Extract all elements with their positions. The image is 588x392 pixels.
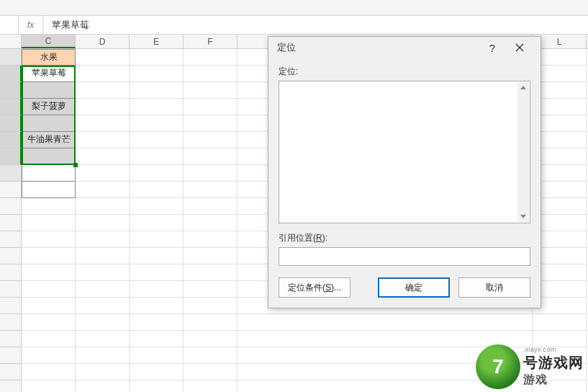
cell-c4[interactable]: 梨子菠萝 bbox=[22, 99, 76, 115]
select-all-corner[interactable] bbox=[0, 35, 22, 48]
cell[interactable] bbox=[184, 148, 238, 165]
row-header[interactable] bbox=[0, 132, 22, 148]
cell[interactable] bbox=[76, 314, 130, 331]
cell[interactable] bbox=[184, 380, 238, 392]
cell[interactable] bbox=[130, 231, 184, 248]
formula-input[interactable]: 苹果草莓 bbox=[43, 16, 588, 34]
row-header[interactable] bbox=[0, 364, 22, 380]
cell[interactable] bbox=[76, 248, 130, 264]
close-icon[interactable] bbox=[506, 37, 533, 58]
cell[interactable] bbox=[76, 182, 130, 198]
cell[interactable] bbox=[22, 364, 76, 380]
cell[interactable] bbox=[130, 380, 184, 392]
cell[interactable] bbox=[184, 182, 238, 198]
cell[interactable] bbox=[22, 380, 76, 392]
cell[interactable] bbox=[76, 132, 130, 148]
cell[interactable] bbox=[76, 165, 130, 182]
cell[interactable] bbox=[130, 49, 184, 66]
cell-c3[interactable] bbox=[22, 82, 76, 99]
row-header[interactable] bbox=[0, 231, 22, 248]
row-header[interactable] bbox=[0, 49, 22, 66]
cell[interactable] bbox=[130, 364, 184, 380]
cell[interactable] bbox=[76, 281, 130, 298]
row-header[interactable] bbox=[0, 165, 22, 182]
cell[interactable] bbox=[184, 281, 238, 298]
cell[interactable] bbox=[130, 264, 184, 281]
cell[interactable] bbox=[184, 165, 238, 182]
dialog-titlebar[interactable]: 定位 ? bbox=[268, 37, 540, 58]
row-header[interactable] bbox=[0, 182, 22, 198]
cell[interactable] bbox=[238, 314, 533, 331]
cell[interactable] bbox=[184, 66, 238, 82]
cell[interactable] bbox=[184, 347, 238, 364]
cell[interactable] bbox=[76, 82, 130, 99]
cell[interactable] bbox=[184, 215, 238, 231]
cell[interactable] bbox=[76, 66, 130, 82]
cell[interactable] bbox=[76, 148, 130, 165]
cell[interactable] bbox=[130, 165, 184, 182]
fill-handle[interactable] bbox=[73, 163, 78, 167]
row-header[interactable] bbox=[0, 281, 22, 298]
row-header[interactable] bbox=[0, 331, 22, 347]
cell[interactable] bbox=[22, 298, 76, 314]
cell[interactable] bbox=[130, 248, 184, 264]
help-icon[interactable]: ? bbox=[479, 37, 506, 58]
cell[interactable] bbox=[130, 182, 184, 198]
cell[interactable] bbox=[184, 198, 238, 215]
row-header[interactable] bbox=[0, 148, 22, 165]
cell[interactable] bbox=[184, 231, 238, 248]
cell[interactable] bbox=[533, 314, 587, 331]
name-box[interactable] bbox=[0, 16, 19, 34]
cell[interactable] bbox=[22, 231, 76, 248]
row-header[interactable] bbox=[0, 298, 22, 314]
cell[interactable] bbox=[184, 115, 238, 132]
col-header-d[interactable]: D bbox=[76, 35, 130, 48]
cell[interactable] bbox=[76, 198, 130, 215]
cell[interactable] bbox=[76, 380, 130, 392]
row-header[interactable] bbox=[0, 66, 22, 82]
cell-c7[interactable] bbox=[22, 148, 76, 165]
cell[interactable] bbox=[130, 347, 184, 364]
cell[interactable] bbox=[130, 82, 184, 99]
fx-icon[interactable]: fx bbox=[19, 16, 43, 34]
cell-c1-header[interactable]: 水果 bbox=[22, 49, 76, 66]
cell[interactable] bbox=[76, 364, 130, 380]
row-header[interactable] bbox=[0, 198, 22, 215]
cell[interactable] bbox=[130, 198, 184, 215]
col-header-f[interactable]: F bbox=[184, 35, 238, 48]
cell[interactable] bbox=[130, 99, 184, 115]
cell-c8[interactable] bbox=[22, 165, 76, 182]
cell[interactable] bbox=[130, 314, 184, 331]
cancel-button[interactable]: 取消 bbox=[458, 277, 530, 298]
ok-button[interactable]: 确定 bbox=[378, 277, 450, 298]
row-header[interactable] bbox=[0, 248, 22, 264]
cell-c5[interactable] bbox=[22, 115, 76, 132]
cell[interactable] bbox=[22, 215, 76, 231]
row-header[interactable] bbox=[0, 380, 22, 392]
cell[interactable] bbox=[130, 331, 184, 347]
row-header[interactable] bbox=[0, 99, 22, 115]
cell[interactable] bbox=[130, 132, 184, 148]
cell[interactable] bbox=[184, 132, 238, 148]
cell[interactable] bbox=[76, 264, 130, 281]
cell[interactable] bbox=[184, 298, 238, 314]
cell-c6[interactable]: 牛油果青芒 bbox=[22, 132, 76, 148]
cell[interactable] bbox=[22, 264, 76, 281]
cell[interactable] bbox=[76, 347, 130, 364]
cell[interactable] bbox=[184, 82, 238, 99]
cell[interactable] bbox=[130, 66, 184, 82]
cell[interactable] bbox=[184, 364, 238, 380]
cell[interactable] bbox=[22, 281, 76, 298]
scrollbar[interactable] bbox=[517, 82, 529, 222]
cell[interactable] bbox=[184, 314, 238, 331]
row-header[interactable] bbox=[0, 82, 22, 99]
cell-c2[interactable]: 苹果草莓 bbox=[22, 66, 76, 82]
cell[interactable] bbox=[184, 99, 238, 115]
cell[interactable] bbox=[76, 115, 130, 132]
cell[interactable] bbox=[184, 331, 238, 347]
cell[interactable] bbox=[130, 148, 184, 165]
cell[interactable] bbox=[184, 248, 238, 264]
cell[interactable] bbox=[76, 49, 130, 66]
cell[interactable] bbox=[130, 298, 184, 314]
cell[interactable] bbox=[22, 248, 76, 264]
